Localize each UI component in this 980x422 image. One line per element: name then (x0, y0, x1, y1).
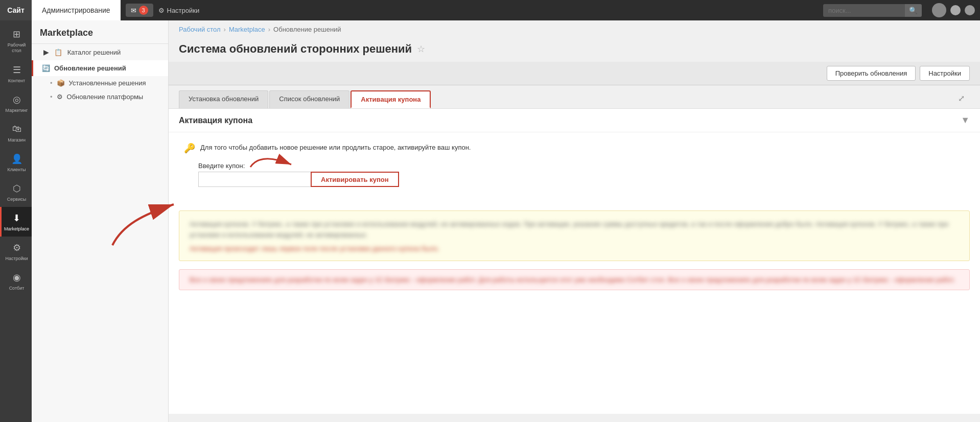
avatar-3 (965, 5, 975, 15)
tab-bar: Установка обновлений Список обновлений А… (169, 85, 980, 109)
message-icon: ✉ (131, 7, 136, 14)
coupon-body: 🔑 Для того чтобы добавить новое решение … (169, 132, 980, 202)
check-updates-button[interactable]: Проверить обновления (827, 66, 916, 81)
dashboard-icon: ⊞ (11, 28, 23, 40)
catalog-label: 📋 Каталог решений (54, 49, 121, 56)
coupon-input-label: Введите купон: (198, 162, 311, 170)
sidebar-nav: Marketplace ▶ 📋 Каталог решений 🔄 Обновл… (32, 20, 169, 422)
blurred-red-section: Все о своих предложениях для разработки … (179, 269, 970, 290)
top-bar: Сайт Администрирование ✉ 3 ⚙ Настройки 🔍 (0, 0, 980, 20)
main-content: Рабочий стол › Marketplace › Обновление … (169, 20, 980, 422)
blurred-yellow-section: Активация купонов. У битрикс, а также пр… (179, 210, 970, 261)
coupon-collapse-icon[interactable]: ▼ (961, 115, 970, 126)
sidebar-item-dashboard[interactable]: ⊞ Рабочий стол (0, 23, 32, 59)
breadcrumb-sep-1: › (224, 26, 226, 33)
updates-icon-img: 🔄 (42, 64, 50, 72)
breadcrumb: Рабочий стол › Marketplace › Обновление … (169, 20, 980, 38)
action-bar: Проверить обновления Настройки (169, 62, 980, 85)
dot-icon-2: • (50, 93, 53, 101)
settings-action-button[interactable]: Настройки (920, 66, 970, 81)
main-layout: ⊞ Рабочий стол ☰ Контент ◎ Маркетинг 🛍 М… (0, 20, 980, 422)
marketplace-icon: ⬇ (11, 212, 23, 224)
page-header: Система обновлений сторонних решений ☆ (169, 38, 980, 62)
search-button[interactable]: 🔍 (905, 4, 922, 17)
sotbit-icon: ◉ (11, 271, 23, 284)
blurred-link-1: Активация происходит лишь первое поле по… (190, 245, 959, 252)
sidebar-item-services[interactable]: ⬡ Сервисы (0, 177, 32, 207)
sidebar-item-marketplace[interactable]: ⬇ Marketplace (0, 207, 32, 237)
platform-icon: ⚙ (57, 93, 63, 101)
favorite-star-icon[interactable]: ☆ (417, 43, 425, 55)
coupon-info-text: Для того чтобы добавить новое решение ил… (200, 143, 471, 153)
settings-button[interactable]: ⚙ Настройки (158, 7, 200, 14)
avatar-2 (950, 5, 961, 15)
nav-item-updates[interactable]: 🔄 Обновление решений (32, 60, 168, 76)
coupon-text-input[interactable] (198, 172, 311, 187)
activate-coupon-button[interactable]: Активировать купон (311, 172, 399, 187)
coupon-input-wrap: Введите купон: (198, 162, 311, 187)
page-title: Система обновлений сторонних решений (179, 42, 412, 56)
coupon-input-row: Введите купон: Активировать купон (198, 162, 965, 187)
installed-icon: 📦 (57, 79, 65, 87)
coupon-section-header: Активация купона ▼ (169, 109, 980, 132)
message-badge: 3 (139, 6, 148, 15)
catalog-icon-img: 📋 (54, 49, 62, 56)
clients-icon: 👤 (11, 153, 23, 165)
shop-icon: 🛍 (11, 123, 23, 135)
dot-icon: • (50, 79, 53, 87)
user-menu[interactable] (932, 3, 975, 17)
breadcrumb-sep-2: › (268, 26, 270, 33)
sidebar-icons: ⊞ Рабочий стол ☰ Контент ◎ Маркетинг 🛍 М… (0, 20, 32, 422)
tab-list[interactable]: Список обновлений (269, 90, 349, 108)
marketing-icon: ◎ (11, 93, 23, 106)
nav-item-platform[interactable]: • ⚙ Обновление платформы (32, 90, 168, 104)
avatar (932, 3, 946, 17)
search-bar: 🔍 (823, 4, 922, 17)
messages-button[interactable]: ✉ 3 (126, 4, 153, 17)
breadcrumb-home[interactable]: Рабочий стол (179, 26, 221, 33)
key-icon: 🔑 (184, 143, 195, 154)
catalog-arrow-icon: ▶ (42, 48, 50, 56)
sidebar-item-content[interactable]: ☰ Контент (0, 59, 32, 88)
services-icon: ⬡ (11, 182, 23, 195)
tab-content: Активация купона ▼ 🔑 Для того чтобы доба… (169, 109, 980, 414)
admin-tab[interactable]: Администрирование (32, 0, 121, 20)
tab-install[interactable]: Установка обновлений (179, 90, 268, 108)
sidebar-item-shop[interactable]: 🛍 Магазин (0, 118, 32, 148)
search-input[interactable] (823, 4, 905, 17)
site-button[interactable]: Сайт (0, 0, 32, 20)
breadcrumb-marketplace[interactable]: Marketplace (229, 26, 265, 33)
sidebar-item-settings[interactable]: ⚙ Настройки (0, 237, 32, 266)
tab-coupon[interactable]: Активация купона (351, 90, 431, 108)
sidebar-item-clients[interactable]: 👤 Клиенты (0, 148, 32, 177)
settings-icon: ⚙ (11, 242, 23, 254)
sidebar-title: Marketplace (32, 20, 168, 44)
blurred-text-1: Активация купонов. У битрикс, а также пр… (190, 219, 959, 241)
coupon-input-container: Введите купон: Активировать купон (184, 162, 965, 187)
blurred-red-text: Все о своих предложениях для разработки … (190, 276, 959, 284)
breadcrumb-current: Обновление решений (273, 26, 341, 33)
coupon-info-row: 🔑 Для того чтобы добавить новое решение … (184, 143, 965, 154)
nav-item-installed[interactable]: • 📦 Установленные решения (32, 76, 168, 90)
sidebar-item-marketing[interactable]: ◎ Маркетинг (0, 88, 32, 118)
gear-icon: ⚙ (158, 7, 165, 14)
coupon-section-title: Активация купона (179, 116, 252, 125)
tab-expand-icon[interactable]: ⤢ (953, 90, 970, 108)
sidebar-item-sotbit[interactable]: ◉ Сотбит (0, 266, 32, 296)
nav-item-catalog[interactable]: ▶ 📋 Каталог решений (32, 44, 168, 60)
content-icon: ☰ (11, 64, 23, 76)
